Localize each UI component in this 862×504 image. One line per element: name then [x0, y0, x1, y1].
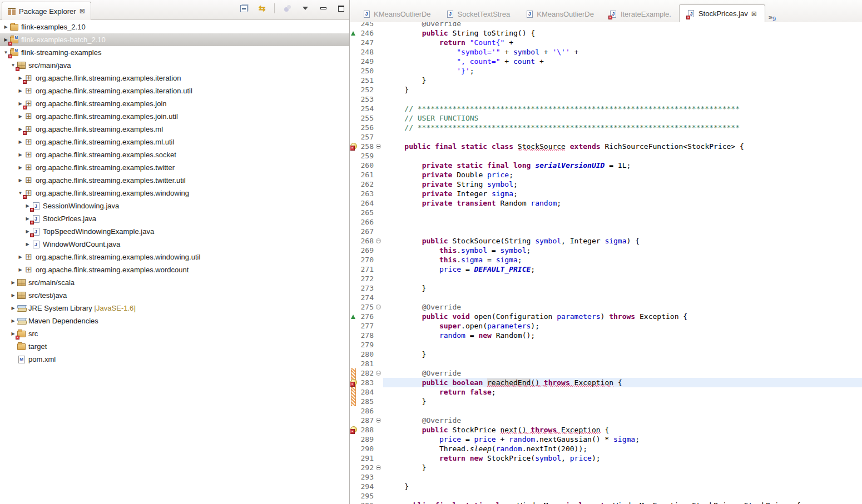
tab-overflow-chevron[interactable]: »9 [769, 9, 776, 22]
fold-collapse-icon[interactable] [376, 371, 381, 376]
tree-item-pom-xml[interactable]: Mpom.xml [0, 353, 349, 366]
code-line-287[interactable]: 287 @Override [350, 416, 862, 425]
code-line-269[interactable]: 269 this.symbol = symbol; [350, 246, 862, 255]
tree-item-maven-dependencies[interactable]: ▶Maven Dependencies [0, 315, 349, 327]
chevron-collapsed-icon[interactable]: ▶ [9, 280, 17, 285]
code-line-296[interactable]: 296 public final static class WindowMean… [350, 501, 862, 504]
tree-item-target[interactable]: target [0, 340, 349, 353]
code-line-248[interactable]: 248 "symbol='" + symbol + '\'' + [350, 47, 862, 57]
tree-item-topspeedwindowingexample-java[interactable]: ▶J×TopSpeedWindowingExample.java [0, 225, 349, 238]
tree-item-sessionwindowing-java[interactable]: ▶J×SessionWindowing.java [0, 199, 349, 212]
chevron-collapsed-icon[interactable]: ▶ [17, 152, 24, 157]
chevron-collapsed-icon[interactable]: ▶ [2, 24, 9, 29]
code-line-271[interactable]: 271 price = DEFAULT_PRICE; [350, 265, 862, 274]
code-line-276[interactable]: 276 public void open(Configuration param… [350, 312, 862, 321]
code-line-291[interactable]: 291 return new StockPrice(symbol, price)… [350, 453, 862, 463]
tree-item-flink-streaming-examples[interactable]: ▼M×flink-streaming-examples [0, 46, 349, 59]
tab-package-explorer[interactable]: Package Explorer ⊠ [2, 2, 91, 20]
close-icon[interactable]: ⊠ [80, 7, 85, 15]
code-line-258[interactable]: 258 public final static class StockSourc… [350, 142, 862, 151]
view-menu-button[interactable] [300, 3, 310, 13]
chevron-collapsed-icon[interactable]: ▶ [17, 255, 24, 260]
tree-item-org-apache-flink-streaming-examples-wordcount[interactable]: ▶⊞org.apache.flink.streaming.examples.wo… [0, 263, 349, 276]
chevron-collapsed-icon[interactable]: ▶ [17, 139, 24, 144]
code-line-281[interactable]: 281 [350, 359, 862, 368]
editor-tab-kmeansoutlierde[interactable]: JKMeansOutlierDe [518, 6, 602, 22]
code-line-286[interactable]: 286 [350, 406, 862, 416]
tree-item-org-apache-flink-streaming-examples-join-util[interactable]: ▶⊞org.apache.flink.streaming.examples.jo… [0, 110, 349, 123]
tree-item-org-apache-flink-streaming-examples-iteration-util[interactable]: ▶⊞org.apache.flink.streaming.examples.it… [0, 84, 349, 97]
code-line-294[interactable]: 294 } [350, 482, 862, 491]
code-line-259[interactable]: 259 [350, 151, 862, 161]
tree-item-org-apache-flink-streaming-examples-windowing[interactable]: ▼⊞×org.apache.flink.streaming.examples.w… [0, 187, 349, 199]
collapse-all-button[interactable] [239, 3, 249, 13]
code-line-252[interactable]: 252 } [350, 85, 862, 94]
code-line-295[interactable]: 295 [350, 491, 862, 501]
fold-collapse-icon[interactable] [376, 465, 381, 470]
code-line-260[interactable]: 260 private static final long serialVers… [350, 161, 862, 170]
error-quickfix-icon[interactable] [350, 379, 357, 386]
tree-item-windowwordcount-java[interactable]: ▶JWindowWordCount.java [0, 238, 349, 251]
code-line-256[interactable]: 256 // *********************************… [350, 123, 862, 132]
tree-item-src-test-java[interactable]: ▶src/test/java [0, 289, 349, 302]
link-with-editor-button[interactable]: ⇆ [256, 3, 266, 13]
code-line-267[interactable]: 267 [350, 227, 862, 236]
tree-item-src-main-java[interactable]: ▼×src/main/java [0, 59, 349, 72]
chevron-collapsed-icon[interactable]: ▶ [9, 306, 17, 311]
code-line-280[interactable]: 280 } [350, 350, 862, 359]
tree-item-jre-system-library[interactable]: ▶JRE System Library [JavaSE-1.6] [0, 302, 349, 315]
chevron-collapsed-icon[interactable]: ▶ [17, 88, 24, 93]
code-line-261[interactable]: 261 private Double price; [350, 170, 862, 179]
code-line-272[interactable]: 272 [350, 274, 862, 283]
code-line-251[interactable]: 251 } [350, 76, 862, 85]
chevron-collapsed-icon[interactable]: ▶ [17, 267, 24, 272]
code-line-288[interactable]: 288 public StockPrice next() throws Exce… [350, 425, 862, 435]
tree-item-org-apache-flink-streaming-examples-twitter[interactable]: ▶⊞org.apache.flink.streaming.examples.tw… [0, 161, 349, 174]
code-line-282[interactable]: 282 @Override [350, 368, 862, 378]
minimize-button[interactable] [318, 3, 328, 13]
chevron-collapsed-icon[interactable]: ▶ [9, 318, 17, 323]
code-line-279[interactable]: 279 [350, 340, 862, 350]
code-line-283[interactable]: 283 public boolean reachedEnd() throws E… [350, 378, 862, 387]
code-line-245[interactable]: 245 @Override [350, 22, 862, 28]
tree-item-flink-examples-batch-2-10[interactable]: ▶M×flink-examples-batch_2.10 [0, 33, 349, 46]
tree-item-org-apache-flink-streaming-examples-ml[interactable]: ▶⊞×org.apache.flink.streaming.examples.m… [0, 123, 349, 136]
code-line-274[interactable]: 274 [350, 293, 862, 302]
code-line-249[interactable]: 249 ", count=" + count + [350, 57, 862, 66]
code-editor[interactable]: 245 @Override246 public String toString(… [350, 22, 862, 504]
close-icon[interactable]: ⊠ [751, 10, 757, 18]
code-line-263[interactable]: 263 private Integer sigma; [350, 189, 862, 198]
tree-item-flink-examples-2-10[interactable]: ▶flink-examples_2.10 [0, 21, 349, 33]
code-line-255[interactable]: 255 // USER FUNCTIONS [350, 113, 862, 123]
code-line-268[interactable]: 268 public StockSource(String symbol, In… [350, 236, 862, 246]
code-line-254[interactable]: 254 // *********************************… [350, 104, 862, 113]
code-line-247[interactable]: 247 return "Count{" + [350, 38, 862, 47]
code-line-270[interactable]: 270 this.sigma = sigma; [350, 255, 862, 265]
editor-tab-sockettextstrea[interactable]: JSocketTextStrea [439, 6, 518, 22]
chevron-collapsed-icon[interactable]: ▶ [17, 114, 24, 119]
editor-tab-stockprices-jav[interactable]: J×StockPrices.jav⊠ [679, 4, 765, 22]
error-quickfix-icon[interactable] [350, 143, 357, 149]
maximize-button[interactable] [336, 3, 346, 13]
fold-collapse-icon[interactable] [376, 144, 381, 149]
editor-tab-kmeansoutlierde[interactable]: JKMeansOutlierDe [355, 6, 439, 22]
code-line-285[interactable]: 285 } [350, 397, 862, 406]
code-line-265[interactable]: 265 [350, 208, 862, 217]
code-line-253[interactable]: 253 [350, 94, 862, 104]
tree-item-org-apache-flink-streaming-examples-socket[interactable]: ▶⊞org.apache.flink.streaming.examples.so… [0, 148, 349, 161]
code-line-293[interactable]: 293 [350, 472, 862, 482]
error-quickfix-icon[interactable] [350, 426, 357, 433]
code-line-275[interactable]: 275 @Override [350, 302, 862, 312]
tree-item-src-main-scala[interactable]: ▶src/main/scala [0, 276, 349, 289]
chevron-collapsed-icon[interactable]: ▶ [17, 165, 24, 170]
tree-item-org-apache-flink-streaming-examples-join[interactable]: ▶⊞×org.apache.flink.streaming.examples.j… [0, 97, 349, 110]
chevron-collapsed-icon[interactable]: ▶ [24, 242, 31, 247]
code-line-290[interactable]: 290 Thread.sleep(random.nextInt(200)); [350, 444, 862, 453]
code-line-262[interactable]: 262 private String symbol; [350, 179, 862, 189]
code-line-292[interactable]: 292 } [350, 463, 862, 472]
tree-item-stockprices-java[interactable]: ▶J×StockPrices.java [0, 212, 349, 225]
code-line-277[interactable]: 277 super.open(parameters); [350, 321, 862, 331]
focus-button[interactable] [283, 3, 293, 13]
fold-collapse-icon[interactable] [376, 418, 381, 423]
tree-item-org-apache-flink-streaming-examples-twitter-util[interactable]: ▶⊞org.apache.flink.streaming.examples.tw… [0, 174, 349, 187]
